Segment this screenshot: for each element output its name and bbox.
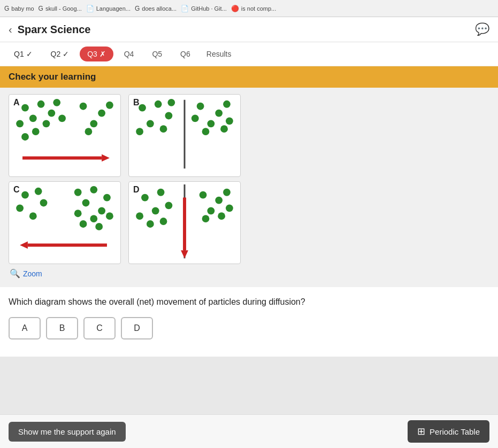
svg-point-26: [215, 110, 223, 117]
svg-point-18: [139, 104, 146, 112]
tab-label-3: Languagen...: [96, 5, 131, 12]
tab-q5[interactable]: Q5: [144, 47, 170, 61]
chat-icon[interactable]: 💬: [475, 22, 489, 36]
diagram-d[interactable]: D: [128, 181, 241, 264]
svg-point-61: [223, 189, 231, 196]
tab-icon-6: 🔴: [231, 5, 239, 12]
svg-point-13: [106, 102, 113, 109]
svg-point-31: [191, 115, 199, 122]
svg-point-14: [85, 128, 93, 135]
answer-btn-b[interactable]: B: [46, 317, 78, 339]
diagram-b-svg: [129, 95, 240, 176]
svg-point-7: [58, 115, 66, 122]
answer-buttons: A B C D: [9, 317, 489, 339]
tab-baby-mo[interactable]: G baby mo: [4, 5, 34, 12]
svg-marker-49: [20, 242, 28, 249]
svg-point-54: [136, 212, 143, 220]
diagram-b-label: B: [133, 98, 140, 107]
svg-point-60: [207, 207, 214, 214]
svg-point-55: [165, 202, 172, 210]
tab-q1[interactable]: Q1 ✓: [6, 47, 40, 61]
svg-point-3: [29, 115, 37, 122]
svg-point-40: [103, 194, 111, 202]
svg-point-22: [136, 128, 143, 135]
svg-point-56: [147, 220, 154, 228]
support-button[interactable]: Show me the support again: [9, 422, 126, 442]
svg-point-25: [197, 103, 204, 110]
answer-btn-d[interactable]: D: [121, 317, 153, 339]
periodic-table-button[interactable]: ⊞ Periodic Table: [408, 420, 489, 443]
svg-point-62: [202, 215, 210, 222]
svg-point-39: [90, 186, 97, 194]
svg-point-5: [43, 120, 50, 127]
periodic-table-icon: ⊞: [417, 426, 425, 437]
diagram-d-svg: [129, 182, 240, 264]
app-title: Sparx Science: [18, 24, 91, 36]
svg-point-24: [167, 99, 175, 106]
diagram-d-label: D: [133, 185, 140, 195]
tab-q6[interactable]: Q6: [173, 47, 198, 61]
tab-languages[interactable]: 📄 Languagen...: [86, 5, 131, 12]
svg-point-53: [152, 207, 159, 214]
tab-icon-4: G: [135, 5, 140, 12]
svg-point-28: [223, 101, 231, 108]
back-button[interactable]: ‹: [9, 24, 12, 36]
tab-results[interactable]: Results: [201, 47, 237, 61]
svg-point-9: [21, 133, 29, 141]
tab-skull[interactable]: G skull - Goog...: [39, 5, 82, 12]
svg-point-19: [155, 101, 162, 108]
zoom-label: Zoom: [23, 269, 42, 278]
tab-label-5: GitHub · Git...: [191, 5, 227, 12]
bottom-bar: Show me the support again ⊞ Periodic Tab…: [0, 414, 498, 448]
svg-point-59: [215, 197, 223, 204]
svg-point-64: [226, 204, 233, 212]
tab-icon-2: G: [39, 5, 43, 12]
answer-btn-c[interactable]: C: [83, 317, 116, 339]
question-area: Which diagram shows the overall (net) mo…: [0, 287, 498, 357]
svg-point-23: [160, 125, 167, 133]
svg-marker-66: [181, 250, 188, 258]
tab-icon-3: 📄: [86, 5, 94, 12]
diagrams-grid: A: [9, 94, 244, 264]
svg-point-6: [53, 99, 60, 106]
zoom-icon: 🔍: [10, 268, 20, 279]
check-banner: Check your learning: [0, 66, 498, 88]
svg-point-51: [141, 194, 149, 202]
zoom-link[interactable]: 🔍 Zoom: [9, 264, 489, 281]
svg-point-43: [74, 210, 82, 217]
tab-q2[interactable]: Q2 ✓: [43, 47, 77, 61]
tab-label-1: baby mo: [11, 5, 34, 12]
svg-point-30: [220, 125, 228, 133]
svg-point-0: [21, 104, 29, 112]
diagram-c-label: C: [13, 185, 20, 195]
svg-point-44: [90, 215, 97, 222]
periodic-table-label: Periodic Table: [430, 427, 480, 436]
svg-point-27: [207, 120, 214, 127]
svg-point-46: [80, 220, 87, 228]
main-container: ‹ Sparx Science 💬 Q1 ✓ Q2 ✓ Q3 ✗ Q4 Q5 Q…: [0, 17, 498, 357]
diagram-b[interactable]: B: [128, 94, 241, 177]
svg-point-11: [98, 110, 105, 117]
svg-point-42: [98, 207, 105, 214]
diagram-c[interactable]: C: [9, 181, 121, 264]
tab-not-comp[interactable]: 🔴 is not comp...: [231, 5, 276, 12]
tab-does-alloca[interactable]: G does alloca...: [135, 5, 177, 12]
tab-label-4: does alloca...: [142, 5, 177, 12]
app-header: ‹ Sparx Science 💬: [0, 17, 498, 42]
svg-point-4: [16, 120, 24, 127]
answer-btn-a[interactable]: A: [9, 317, 41, 339]
tab-github[interactable]: 📄 GitHub · Git...: [181, 5, 227, 12]
diagram-a-label: A: [13, 98, 20, 107]
tab-label-6: is not comp...: [241, 5, 276, 12]
diagrams-area: A: [0, 88, 498, 287]
diagram-a-svg: [9, 95, 120, 176]
svg-point-57: [160, 218, 167, 225]
tab-q3[interactable]: Q3 ✗: [80, 47, 113, 61]
svg-point-47: [95, 223, 103, 230]
tab-icon-1: G: [4, 5, 9, 12]
tab-q4[interactable]: Q4: [117, 47, 142, 61]
tab-icon-5: 📄: [181, 5, 189, 12]
svg-point-58: [200, 191, 207, 199]
svg-point-35: [16, 204, 24, 212]
diagram-a[interactable]: A: [9, 94, 121, 177]
